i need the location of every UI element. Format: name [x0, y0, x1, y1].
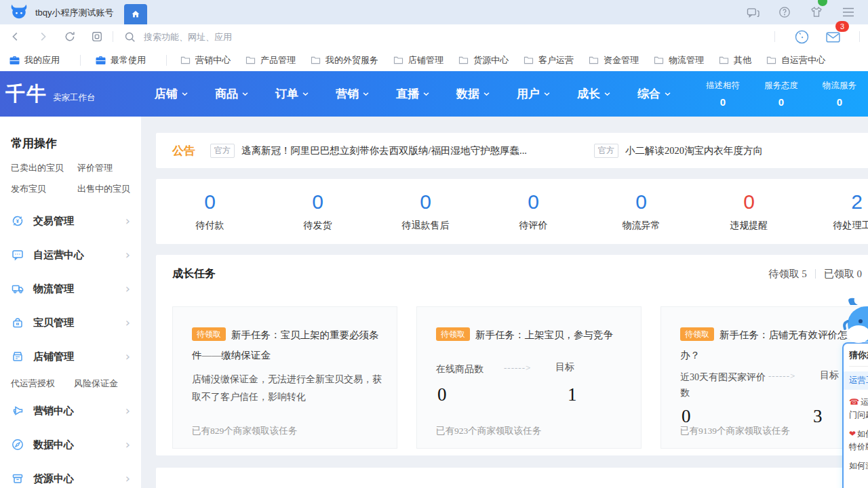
service-scores: 描述相符 0 服务态度 0 物流服务 0 [698, 71, 864, 117]
score-service[interactable]: 服务态度 0 [757, 80, 806, 108]
bookmark-folder[interactable]: 物流管理 [654, 54, 704, 66]
bookmark-folder[interactable]: 店铺管理 [393, 54, 443, 66]
sub-link-risk-deposit[interactable]: 风险保证金 [74, 378, 118, 390]
forward-button[interactable] [33, 26, 53, 47]
menu-icon[interactable] [838, 2, 859, 22]
score-logistics[interactable]: 物流服务 0 [815, 80, 864, 108]
nav-item-live[interactable]: 直播 [396, 86, 429, 102]
bookmark-most-used[interactable]: 最常使用 [96, 54, 146, 66]
nav-item-shop[interactable]: 店铺 [155, 86, 188, 102]
bookmark-folder[interactable]: 营销中心 [180, 54, 231, 66]
bookmark-folder[interactable]: 其他 [719, 54, 751, 66]
quick-link-on-sale-items[interactable]: 出售中的宝贝 [77, 183, 130, 195]
nav-item-marketing[interactable]: 营销 [336, 86, 369, 102]
growth-tasks-panel: 成长任务 待领取 5 已领取 0 更多 待领取新手任务：宝贝上架的重要必须条件—… [156, 255, 868, 455]
back-button[interactable] [5, 26, 26, 47]
announcement-link[interactable]: 官方 小二解读2020淘宝内衣年度方向 [594, 144, 763, 158]
bookmark-label: 其他 [734, 54, 751, 66]
quick-link-review-mgmt[interactable]: 评价管理 [77, 162, 130, 174]
shop-sub-links: 代运营授权 风险保证金 [0, 373, 141, 394]
sidebar-item-shop[interactable]: 店铺管理 › [0, 340, 141, 373]
divider [774, 31, 775, 42]
marketing-icon [11, 404, 24, 418]
skin-icon[interactable] [806, 2, 827, 22]
sidebar-item-marketing[interactable]: 营销中心 › [0, 394, 141, 428]
tab-unclaimed[interactable]: 待领取 5 [769, 268, 807, 281]
quick-link-sold-items[interactable]: 已卖出的宝贝 [11, 162, 77, 174]
growth-tasks-title: 成长任务 [172, 267, 216, 281]
task-card-reviews[interactable]: 待领取新手任务：店铺无有效评价怎么办？ 近30天有图买家评价数 ------> … [660, 306, 868, 449]
status-badge: 待领取 [192, 327, 226, 341]
bookmark-label: 我的应用 [24, 54, 60, 66]
bookmark-folder[interactable]: 资金管理 [589, 54, 639, 66]
stat-pending-payment[interactable]: 0 待付款 [156, 179, 264, 244]
sidebar-item-logistics[interactable]: 物流管理 › [0, 272, 141, 306]
stat-refund-aftersale[interactable]: 0 待退款售后 [372, 179, 479, 244]
assistant-panel-title: 猜你想问 [849, 349, 868, 367]
stat-logistics-abnormal[interactable]: 0 物流异常 [587, 179, 695, 244]
sidebar-item-datacenter[interactable]: 数据中心 › [0, 428, 141, 462]
folder-icon [180, 56, 191, 64]
assistant-faq-activate[interactable]: 如何激活 [849, 460, 868, 472]
bookmark-my-apps[interactable]: 我的应用 [9, 54, 60, 66]
official-badge: 官方 [594, 144, 618, 158]
assistant-tab-tools[interactable]: 运营工具 [844, 371, 868, 390]
divider [815, 269, 816, 279]
assistant-face-icon[interactable] [791, 26, 812, 47]
bookmark-folder[interactable]: 货源中心 [458, 54, 509, 66]
stat-pending-review[interactable]: 0 待评价 [479, 179, 587, 244]
bookmark-folder[interactable]: 产品管理 [245, 54, 296, 66]
account-tab-label[interactable]: tbqy小程序测试账号 [35, 7, 114, 19]
search-input[interactable] [142, 31, 321, 43]
chevron-right-icon: › [125, 317, 130, 329]
stat-violation-alerts[interactable]: 0 违规提醒 [695, 179, 803, 244]
score-description[interactable]: 描述相符 0 [698, 80, 747, 108]
tab-claimed[interactable]: 已领取 0 [824, 268, 862, 281]
nav-item-misc[interactable]: 综合 [637, 86, 671, 102]
sidebar-item-selfrun[interactable]: 自运营中心 › [0, 238, 141, 272]
nav-item-goods[interactable]: 商品 [215, 86, 248, 102]
nav-item-growth[interactable]: 成长 [577, 86, 610, 102]
nav-item-users[interactable]: 用户 [517, 86, 550, 102]
qianniu-workbench-window: tbqy小程序测试账号 [0, 0, 868, 488]
order-stats-bar: 0 待付款 0 待发货 0 待退款售后 0 待评价 0 物流异常 0 违规提醒 [156, 179, 868, 244]
search-bar[interactable] [124, 31, 321, 43]
sidebar-item-trade[interactable]: 交易管理 › [0, 204, 141, 238]
chevron-right-icon: › [125, 405, 130, 417]
help-icon[interactable] [774, 2, 795, 22]
chevron-right-icon: › [125, 350, 130, 363]
divider [113, 31, 113, 42]
messages-icon[interactable]: 3 [823, 26, 843, 47]
task-card-list-item[interactable]: 待领取新手任务：上架宝贝，参与竞争 在线商品数 ------> 目标 0 1 已… [416, 306, 642, 449]
feedback-icon[interactable] [743, 2, 763, 22]
folder-icon [654, 56, 664, 64]
main-navbar: 千牛 卖家工作台 店铺 商品 订单 营销 直播 数据 用户 成长 综合 描述相符… [0, 71, 868, 117]
bookmark-folder[interactable]: 自运营中心 [766, 54, 825, 66]
assistant-faq-shipping[interactable]: ☎运费险热 门问题 [849, 396, 868, 422]
announcement-link[interactable]: 官方 逃离新冠！阿里巴巴想立刻带你去西双版纳/福田湿地守护憨厚蠢... [210, 144, 594, 158]
main-content: 公告 官方 逃离新冠！阿里巴巴想立刻带你去西双版纳/福田湿地守护憨厚蠢... 官… [156, 117, 868, 488]
bookmark-label: 资金管理 [604, 54, 639, 66]
briefcase-icon [9, 56, 20, 65]
bookmark-label: 物流管理 [669, 54, 704, 66]
assistant-faq-tejiaban[interactable]: ❤如何加入 特价版 [849, 428, 868, 453]
nav-item-data[interactable]: 数据 [456, 86, 490, 102]
task-card-deposit[interactable]: 待领取新手任务：宝贝上架的重要必须条件——缴纳保证金 店铺没缴保证金，无法进行全… [172, 306, 397, 449]
quick-link-publish-item[interactable]: 发布宝贝 [11, 183, 77, 195]
assistant-mascot[interactable] [838, 296, 868, 347]
official-badge: 官方 [210, 144, 235, 158]
stat-pending-tickets[interactable]: 2 待处理工单 [803, 179, 868, 244]
chevron-down-icon [302, 92, 309, 96]
stat-pending-shipment[interactable]: 0 待发货 [264, 179, 372, 244]
nav-item-orders[interactable]: 订单 [275, 86, 309, 102]
folder-icon [458, 56, 469, 64]
capture-icon[interactable] [87, 26, 107, 47]
sidebar-item-items[interactable]: 宝贝管理 › [0, 306, 141, 340]
sub-link-agent-auth[interactable]: 代运营授权 [11, 378, 55, 390]
bookmark-folder[interactable]: 我的外贸服务 [311, 54, 378, 66]
bookmark-folder[interactable]: 客户运营 [524, 54, 574, 66]
brand-name: 千牛 [5, 81, 47, 108]
refresh-button[interactable] [60, 26, 80, 47]
sidebar-item-supply[interactable]: 货源中心 › [0, 462, 141, 488]
home-tab[interactable] [124, 4, 147, 24]
